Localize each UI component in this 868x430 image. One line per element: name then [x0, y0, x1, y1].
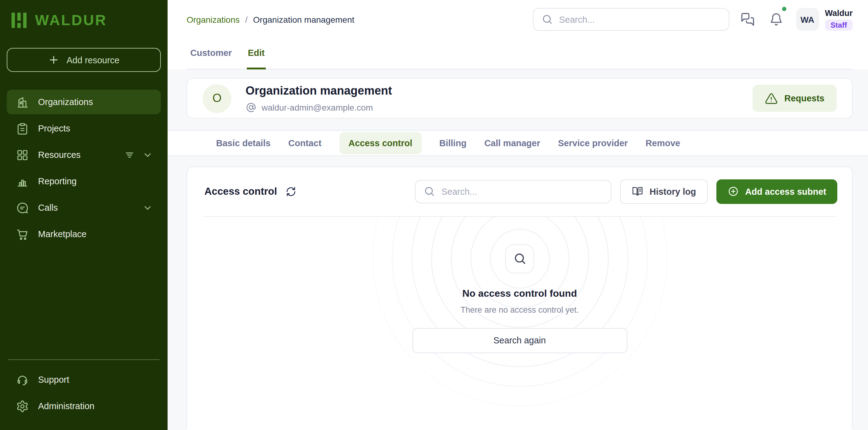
tab-customer[interactable]: Customer — [189, 39, 233, 69]
sidebar: WALDUR Add resource Organizations — [0, 0, 167, 430]
tab-edit[interactable]: Edit — [246, 39, 266, 69]
content-area: O Organization management waldur-admin@e… — [167, 69, 868, 430]
breadcrumb-separator: / — [245, 15, 248, 24]
cart-icon — [16, 228, 29, 240]
chat-icon — [740, 12, 755, 27]
warning-triangle-icon — [765, 92, 777, 105]
messages-button[interactable] — [740, 12, 755, 27]
top-zone: Organizations / Organization management — [167, 0, 868, 69]
tab-basic-details[interactable]: Basic details — [216, 138, 270, 148]
top-right: WA Waldur Staff — [533, 8, 853, 31]
sidebar-item-administration[interactable]: Administration — [7, 394, 161, 418]
sidebar-item-projects[interactable]: Projects — [7, 116, 161, 141]
access-control-panel: Access control — [187, 167, 852, 430]
staff-badge: Staff — [825, 19, 852, 30]
logo-text: WALDUR — [35, 12, 107, 29]
book-icon — [632, 186, 643, 198]
refresh-icon — [286, 186, 297, 197]
plus-icon — [48, 54, 60, 66]
organization-card: O Organization management waldur-admin@e… — [187, 78, 852, 119]
chevron-down-icon[interactable] — [143, 202, 153, 213]
global-search-input[interactable] — [559, 15, 721, 24]
search-icon — [513, 252, 526, 266]
gear-icon — [16, 400, 29, 412]
organization-email: waldur-admin@example.com — [246, 102, 392, 113]
sidebar-item-resources[interactable]: Resources — [7, 143, 161, 167]
plus-circle-icon — [727, 186, 739, 198]
sidebar-item-organizations[interactable]: Organizations — [7, 90, 161, 114]
tab-service-provider[interactable]: Service provider — [558, 138, 628, 148]
user-info: Waldur Staff — [825, 8, 853, 30]
panel-actions: History log Add access subnet — [415, 179, 837, 204]
panel-search — [415, 180, 611, 203]
panel-search-input[interactable] — [441, 187, 603, 197]
empty-state: No access control found There are no acc… — [187, 217, 852, 430]
tab-billing[interactable]: Billing — [439, 138, 467, 148]
sidebar-item-label: Support — [38, 375, 69, 384]
top-bar: Organizations / Organization management — [167, 0, 868, 39]
sidebar-divider — [8, 360, 160, 360]
notification-dot — [782, 7, 786, 11]
building-icon — [16, 95, 29, 108]
sidebar-item-marketplace[interactable]: Marketplace — [7, 222, 161, 246]
bar-chart-icon — [16, 175, 29, 188]
user-name: Waldur — [825, 8, 853, 18]
avatar[interactable]: WA — [796, 8, 819, 31]
empty-state-subtitle: There are no access control yet. — [460, 305, 579, 315]
organization-avatar: O — [203, 84, 231, 113]
sidebar-item-label: Resources — [38, 150, 81, 160]
tab-contact[interactable]: Contact — [288, 138, 321, 148]
logo[interactable]: WALDUR — [7, 11, 161, 29]
global-search — [533, 8, 729, 31]
headset-icon — [16, 373, 29, 386]
clipboard-icon — [16, 122, 29, 135]
sidebar-item-support[interactable]: Support — [7, 367, 161, 392]
history-log-button[interactable]: History log — [620, 179, 708, 204]
search-again-button[interactable]: Search again — [412, 328, 627, 353]
comment-icon — [16, 201, 29, 214]
sidebar-nav: Organizations Projects — [7, 90, 161, 248]
tab-access-control[interactable]: Access control — [339, 132, 422, 154]
sidebar-item-label: Administration — [38, 401, 95, 411]
waldur-app: WALDUR Add resource Organizations — [0, 0, 868, 430]
sidebar-item-reporting[interactable]: Reporting — [7, 169, 161, 194]
sidebar-item-label: Reporting — [38, 176, 77, 186]
add-access-subnet-button[interactable]: Add access subnet — [716, 179, 837, 204]
page-tabs: Customer Edit — [167, 39, 868, 69]
breadcrumb-current: Organization management — [253, 15, 354, 24]
bell-icon — [769, 12, 783, 26]
tab-call-manager[interactable]: Call manager — [484, 138, 540, 148]
refresh-button[interactable] — [286, 186, 297, 197]
at-sign-icon — [246, 102, 257, 113]
chevron-down-icon[interactable] — [143, 150, 153, 160]
tab-remove[interactable]: Remove — [646, 138, 680, 148]
sidebar-item-calls[interactable]: Calls — [7, 195, 161, 220]
add-resource-button[interactable]: Add resource — [7, 48, 161, 72]
section-tabs: Basic details Contact Access control Bil… — [167, 130, 868, 156]
breadcrumb: Organizations / Organization management — [187, 15, 354, 24]
sidebar-item-label: Organizations — [38, 97, 93, 107]
sidebar-item-label: Projects — [38, 123, 70, 133]
search-icon — [541, 13, 553, 25]
panel-header: Access control — [187, 167, 852, 216]
breadcrumb-organizations-link[interactable]: Organizations — [187, 15, 240, 24]
requests-button[interactable]: Requests — [752, 85, 837, 112]
grid-icon — [16, 148, 29, 161]
organization-title: Organization management — [246, 84, 392, 97]
empty-search-icon-box — [505, 245, 534, 274]
sidebar-item-label: Marketplace — [38, 229, 87, 239]
panel-title: Access control — [205, 186, 277, 198]
empty-state-title: No access control found — [462, 288, 577, 299]
main-area: Organizations / Organization management — [167, 0, 868, 430]
sidebar-item-label: Calls — [38, 203, 58, 212]
waldur-logo-icon — [10, 11, 28, 29]
notifications-button[interactable] — [769, 12, 783, 26]
filter-icon[interactable] — [124, 149, 135, 160]
search-icon — [424, 186, 435, 198]
